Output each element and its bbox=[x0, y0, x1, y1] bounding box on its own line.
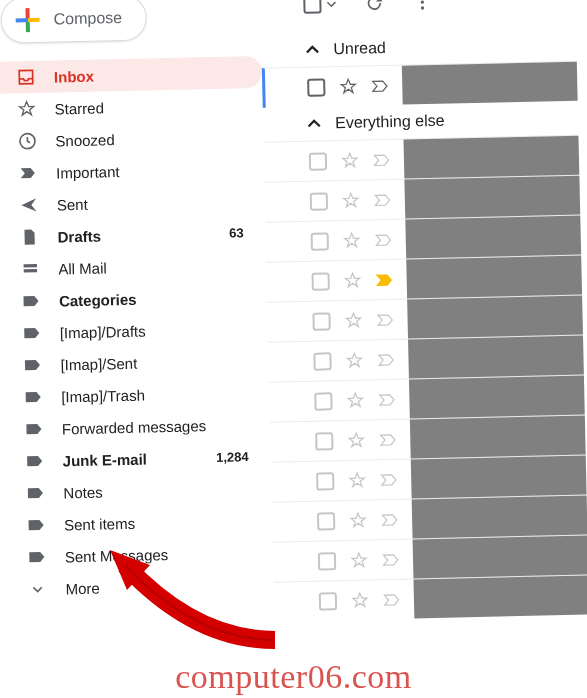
mail-content-redacted bbox=[402, 62, 578, 105]
mail-row[interactable] bbox=[270, 415, 586, 462]
mail-row[interactable] bbox=[266, 255, 582, 302]
mail-content-redacted bbox=[410, 416, 586, 459]
row-checkbox[interactable] bbox=[306, 77, 326, 97]
important-icon[interactable] bbox=[374, 229, 394, 249]
row-checkbox[interactable] bbox=[310, 271, 330, 291]
mail-row[interactable] bbox=[267, 295, 583, 342]
sidebar: Compose InboxStarredSnoozedImportantSent… bbox=[0, 0, 275, 640]
star-icon[interactable] bbox=[349, 550, 369, 570]
row-checkbox[interactable] bbox=[312, 351, 332, 371]
label-icon bbox=[21, 291, 41, 311]
mail-content-redacted bbox=[408, 336, 584, 379]
mail-content-redacted bbox=[406, 256, 582, 299]
row-checkbox[interactable] bbox=[308, 151, 328, 171]
sidebar-item-more[interactable]: More bbox=[1, 568, 274, 606]
label-icon bbox=[24, 451, 44, 471]
mail-row[interactable] bbox=[269, 375, 585, 422]
mail-row[interactable] bbox=[273, 535, 587, 582]
sidebar-item-label: [Imap]/Drafts bbox=[60, 320, 254, 341]
folder-list: InboxStarredSnoozedImportantSentDrafts63… bbox=[0, 56, 274, 606]
svg-rect-8 bbox=[312, 233, 328, 249]
svg-rect-11 bbox=[314, 353, 330, 369]
sidebar-item-label: Sent bbox=[57, 192, 251, 213]
important-icon[interactable] bbox=[370, 75, 390, 95]
important-icon[interactable] bbox=[381, 549, 401, 569]
row-checkbox[interactable] bbox=[315, 471, 335, 491]
important-icon[interactable] bbox=[373, 189, 393, 209]
caret-down-icon bbox=[326, 0, 336, 9]
svg-point-3 bbox=[421, 0, 424, 3]
row-checkbox[interactable] bbox=[313, 391, 333, 411]
important-icon[interactable] bbox=[372, 149, 392, 169]
mail-content-redacted bbox=[413, 536, 587, 579]
svg-rect-12 bbox=[315, 393, 331, 409]
row-checkbox[interactable] bbox=[309, 191, 329, 211]
star-icon[interactable] bbox=[343, 310, 363, 330]
svg-rect-1 bbox=[304, 0, 320, 13]
row-checkbox[interactable] bbox=[318, 591, 338, 611]
mail-row[interactable] bbox=[264, 135, 580, 182]
star-icon[interactable] bbox=[340, 150, 360, 170]
svg-rect-6 bbox=[310, 153, 326, 169]
row-checkbox[interactable] bbox=[314, 431, 334, 451]
svg-rect-16 bbox=[319, 553, 335, 569]
more-button[interactable] bbox=[412, 0, 432, 12]
important-icon[interactable] bbox=[374, 269, 394, 289]
mail-row-unread[interactable] bbox=[262, 61, 578, 108]
section-unread-label: Unread bbox=[333, 39, 386, 58]
svg-point-4 bbox=[421, 6, 424, 9]
star-icon[interactable] bbox=[346, 430, 366, 450]
star-icon[interactable] bbox=[342, 270, 362, 290]
sidebar-item-label: Important bbox=[56, 160, 250, 181]
mail-row[interactable] bbox=[273, 575, 587, 622]
refresh-button[interactable] bbox=[364, 0, 384, 13]
label-icon bbox=[22, 323, 42, 343]
row-checkbox[interactable] bbox=[311, 311, 331, 331]
star-icon[interactable] bbox=[350, 590, 370, 610]
important-icon[interactable] bbox=[377, 389, 397, 409]
mail-content-redacted bbox=[409, 376, 585, 419]
checkbox-icon bbox=[302, 0, 322, 15]
mail-row[interactable] bbox=[271, 455, 587, 502]
chevron-up-icon bbox=[305, 42, 319, 56]
svg-rect-9 bbox=[313, 273, 329, 289]
mail-row[interactable] bbox=[264, 175, 580, 222]
compose-button[interactable]: Compose bbox=[0, 0, 147, 44]
star-icon[interactable] bbox=[347, 470, 367, 490]
star-icon[interactable] bbox=[345, 390, 365, 410]
star-icon[interactable] bbox=[344, 350, 364, 370]
important-icon[interactable] bbox=[380, 509, 400, 529]
sidebar-item-label: [Imap]/Sent bbox=[60, 352, 254, 373]
file-icon bbox=[19, 227, 39, 247]
row-checkbox[interactable] bbox=[316, 511, 336, 531]
mail-content-redacted bbox=[404, 176, 580, 219]
row-checkbox[interactable] bbox=[317, 551, 337, 571]
mail-content-redacted bbox=[412, 496, 587, 539]
mail-row[interactable] bbox=[265, 215, 581, 262]
mail-row[interactable] bbox=[268, 335, 584, 382]
important-icon[interactable] bbox=[375, 309, 395, 329]
label-icon bbox=[22, 355, 42, 375]
label-icon bbox=[26, 515, 46, 535]
star-icon[interactable] bbox=[341, 190, 361, 210]
important-icon[interactable] bbox=[376, 349, 396, 369]
mail-row[interactable] bbox=[272, 495, 587, 542]
important-icon[interactable] bbox=[379, 469, 399, 489]
important-icon[interactable] bbox=[378, 429, 398, 449]
stack-icon bbox=[20, 259, 40, 279]
plus-icon bbox=[15, 8, 40, 33]
svg-rect-10 bbox=[313, 313, 329, 329]
sidebar-item-label: Forwarded messages bbox=[62, 416, 256, 437]
svg-rect-13 bbox=[316, 433, 332, 449]
sidebar-item-count: 1,284 bbox=[216, 449, 257, 465]
select-all-checkbox[interactable] bbox=[302, 0, 336, 15]
svg-rect-14 bbox=[317, 473, 333, 489]
star-icon[interactable] bbox=[342, 230, 362, 250]
important-icon bbox=[18, 163, 38, 183]
star-icon[interactable] bbox=[338, 76, 358, 96]
row-checkbox[interactable] bbox=[310, 231, 330, 251]
mail-content-redacted bbox=[413, 576, 587, 619]
important-icon[interactable] bbox=[382, 589, 402, 609]
star-icon[interactable] bbox=[348, 510, 368, 530]
sidebar-item-label: Inbox bbox=[54, 64, 248, 85]
